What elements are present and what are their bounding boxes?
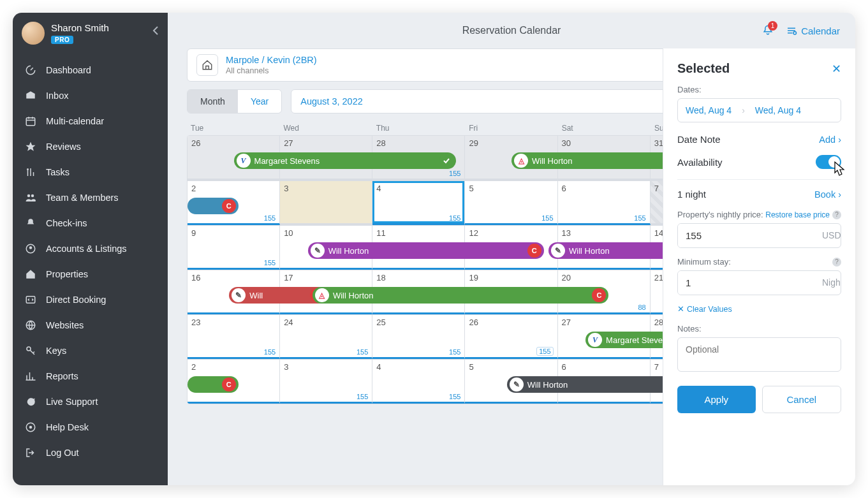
home-icon (196, 54, 218, 76)
sidebar-item-label: Help Desk (46, 422, 89, 432)
day-number: 2 (191, 184, 196, 193)
calendar-cell[interactable]: 4155 (372, 360, 465, 404)
sidebar-item-check-ins[interactable]: Check-ins (13, 210, 168, 236)
sidebar-item-reviews[interactable]: Reviews (13, 134, 168, 159)
clear-values-link[interactable]: ✕Clear Values (677, 304, 841, 314)
sidebar-item-label: Reviews (46, 142, 81, 152)
reservation-pill[interactable]: C (188, 376, 239, 393)
calendar-cell[interactable]: 3 (280, 181, 372, 225)
channel-icon: ◬ (514, 154, 528, 168)
sidebar-collapse-button[interactable] (152, 26, 159, 36)
calendar-cell[interactable]: 25155 (372, 315, 465, 359)
day-number: 3 (284, 184, 288, 193)
sidebar-item-help-desk[interactable]: Help Desk (13, 414, 168, 440)
year-tab[interactable]: Year (238, 90, 281, 113)
sidebar-item-label: Log Out (46, 448, 79, 458)
calendar-cell[interactable]: 26155 (465, 315, 557, 359)
date-range-picker[interactable]: Wed, Aug 4 › Wed, Aug 4 (677, 98, 841, 122)
sidebar-item-live-support[interactable]: Live Support (13, 389, 168, 414)
sidebar-item-accounts-listings[interactable]: Accounts & Listings (13, 236, 168, 261)
notifications-button[interactable]: 1 (761, 24, 774, 37)
cancel-button[interactable]: Cancel (762, 386, 842, 413)
tasks-icon (24, 166, 37, 179)
sidebar-item-team-members[interactable]: Team & Members (13, 185, 168, 210)
price-label: Property's nightly price: (677, 210, 763, 219)
sidebar-item-websites[interactable]: Websites (13, 312, 168, 338)
day-number: 5 (469, 362, 473, 372)
calendar-cell[interactable]: 3155 (280, 360, 372, 404)
property-name: Marpole / Kevin (2BR) (226, 55, 317, 65)
notes-input[interactable] (677, 337, 841, 372)
calendar-cell[interactable]: 5155 (465, 181, 557, 225)
guest-name: Will Horton (527, 380, 568, 390)
gauge-icon (24, 64, 37, 77)
bell-icon (24, 217, 37, 230)
day-price: 155 (449, 348, 460, 356)
sidebar-item-keys[interactable]: Keys (13, 338, 168, 363)
chat-icon (24, 395, 37, 408)
sidebar-item-tasks[interactable]: Tasks (13, 159, 168, 185)
reservation-pill[interactable]: C (188, 198, 239, 214)
status-badge: C (222, 199, 236, 213)
calendar-cell[interactable]: 9155 (188, 226, 280, 270)
day-price: 155 (634, 214, 645, 222)
sidebar-item-direct-booking[interactable]: Direct Booking (13, 287, 168, 312)
users-icon (24, 191, 37, 204)
price-input[interactable] (678, 224, 814, 247)
restore-price-link[interactable]: Restore base price? (765, 210, 841, 219)
price-currency: USD (814, 224, 841, 247)
sidebar-item-reports[interactable]: Reports (13, 363, 168, 389)
day-number: 23 (191, 318, 200, 327)
day-price: 155 (264, 348, 276, 356)
day-price: 155 (264, 214, 276, 222)
day-number: 29 (469, 138, 478, 148)
availability-toggle[interactable] (816, 155, 841, 169)
sidebar-item-multi-calendar[interactable]: Multi-calendar (13, 108, 168, 134)
app-shell: Sharon Smith PRO DashboardInboxMulti-cal… (13, 13, 855, 485)
dow-label: Thu (372, 124, 465, 133)
reservation-pill[interactable]: ◬Will HortonC (313, 287, 608, 304)
day-number: 18 (376, 273, 385, 282)
minstay-unit: Nights (814, 271, 841, 295)
day-number: 6 (562, 362, 566, 372)
guest-name: Will Horton (569, 246, 610, 256)
notes-label: Notes: (677, 324, 841, 333)
avatar[interactable] (22, 22, 45, 45)
sidebar-item-inbox[interactable]: Inbox (13, 83, 168, 108)
book-link[interactable]: Book› (814, 189, 841, 200)
svg-rect-0 (26, 118, 35, 126)
sidebar-item-dashboard[interactable]: Dashboard (13, 57, 168, 83)
channel-icon: V (237, 154, 251, 168)
add-note-link[interactable]: Add› (819, 135, 841, 145)
calendar-cell[interactable]: 23155 (188, 315, 280, 359)
sidebar-item-properties[interactable]: Properties (13, 261, 168, 287)
minstay-input[interactable] (678, 271, 814, 295)
calendar-cell[interactable]: 4155 (372, 181, 465, 225)
day-number: 6 (562, 184, 566, 193)
sidebar-item-log-out[interactable]: Log Out (13, 440, 168, 465)
channel-icon: ◬ (315, 288, 329, 302)
day-price: 155 (449, 214, 460, 222)
reservation-pill[interactable]: VMargaret Stevens (234, 152, 456, 169)
code-icon (24, 293, 37, 306)
day-price: 155 (357, 393, 368, 400)
month-tab[interactable]: Month (188, 90, 238, 113)
reservation-pill[interactable]: ✎WillC (229, 287, 326, 304)
calendar-link[interactable]: Calendar (786, 25, 840, 36)
help-icon: ? (832, 258, 841, 267)
day-price: 88 (638, 304, 645, 311)
nights-label: 1 night (677, 189, 706, 200)
calendar-icon (24, 115, 37, 128)
calendar-cell[interactable]: 24155 (280, 315, 372, 359)
reservation-pill[interactable]: ✎Will HortonC (308, 242, 544, 259)
guest-name: Will Horton (532, 156, 573, 166)
sidebar-item-label: Check-ins (46, 218, 87, 228)
calendar-cell[interactable]: 6155 (558, 181, 651, 225)
dates-label: Dates: (677, 85, 841, 94)
close-icon[interactable]: ✕ (832, 62, 841, 76)
day-number: 12 (469, 228, 478, 238)
day-number: 7 (654, 362, 659, 372)
apply-button[interactable]: Apply (677, 386, 756, 413)
star-icon (24, 140, 37, 153)
sidebar-item-label: Accounts & Listings (46, 244, 127, 254)
